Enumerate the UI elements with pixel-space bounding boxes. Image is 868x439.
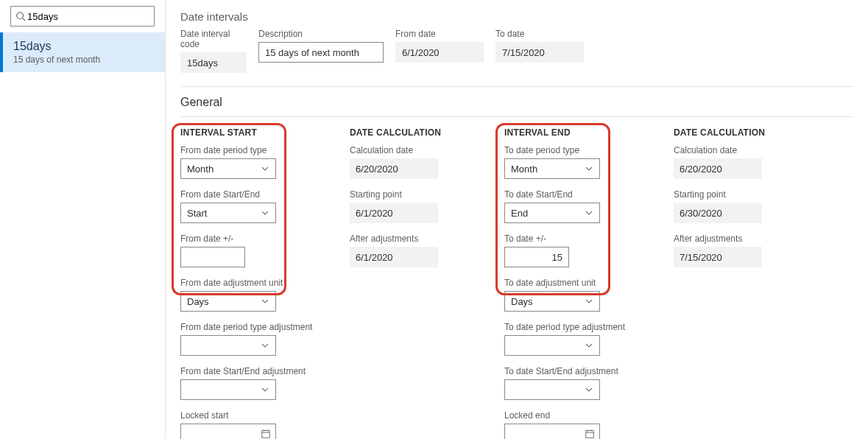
search-box[interactable] — [10, 6, 155, 27]
to-startend-value: End — [511, 208, 528, 219]
field-to-startend-adj: To date Start/End adjustment — [504, 366, 644, 400]
field-locked-end: Locked end — [504, 410, 644, 439]
header-desc-value[interactable]: 15 days of next month — [258, 42, 384, 63]
from-plusminus-label: From date +/- — [180, 233, 320, 244]
field-to-period-type: To date period type Month — [504, 145, 644, 179]
to-startend-adj-label: To date Start/End adjustment — [504, 366, 644, 376]
chevron-down-icon — [585, 297, 593, 306]
field-calc1-starting: Starting point 6/1/2020 — [350, 189, 475, 223]
field-to-plusminus: To date +/- 15 — [504, 233, 644, 267]
field-calc1-after: After adjustments 6/1/2020 — [350, 233, 475, 267]
header-desc-label: Description — [258, 29, 384, 39]
chevron-down-icon — [261, 164, 269, 173]
locked-end-label: Locked end — [504, 410, 644, 421]
from-startend-value: Start — [187, 208, 207, 219]
from-adjunit-value: Days — [187, 296, 209, 307]
header-code-value[interactable]: 15days — [180, 52, 247, 73]
col-calc-2: DATE CALCULATION Calculation date 6/20/2… — [674, 127, 799, 439]
from-plusminus-input[interactable] — [180, 247, 245, 267]
heading-interval-start: INTERVAL START — [180, 127, 320, 138]
header-from: From date 6/1/2020 — [395, 29, 484, 73]
to-adjunit-dropdown[interactable]: Days — [504, 291, 600, 312]
chevron-down-icon — [585, 208, 593, 217]
field-to-startend: To date Start/End End — [504, 189, 644, 223]
header-desc: Description 15 days of next month — [258, 29, 384, 73]
svg-rect-6 — [585, 431, 593, 438]
search-icon — [15, 11, 26, 21]
to-adjunit-value: Days — [511, 296, 533, 307]
chevron-down-icon — [261, 297, 269, 306]
chevron-down-icon — [585, 341, 593, 350]
field-from-period-type: From date period type Month — [180, 145, 320, 179]
to-period-type-dropdown[interactable]: Month — [504, 158, 600, 179]
calc1-starting-label: Starting point — [350, 189, 475, 200]
from-startend-adj-dropdown[interactable] — [180, 379, 276, 400]
field-from-startend: From date Start/End Start — [180, 189, 320, 223]
content-area: Date intervals Date interval code 15days… — [166, 0, 868, 439]
field-from-adjunit: From date adjustment unit Days — [180, 278, 320, 312]
heading-date-calc-2: DATE CALCULATION — [674, 127, 799, 138]
calc1-after-value: 6/1/2020 — [350, 247, 438, 267]
section-general[interactable]: General — [180, 86, 853, 117]
to-startend-label: To date Start/End — [504, 189, 644, 200]
header-row: Date interval code 15days Description 15… — [180, 29, 853, 73]
from-period-type-dropdown[interactable]: Month — [180, 158, 276, 179]
header-to-label: To date — [495, 29, 584, 39]
field-to-adjunit: To date adjustment unit Days — [504, 278, 644, 312]
calendar-button[interactable] — [255, 424, 275, 439]
from-period-type-label: From date period type — [180, 145, 320, 155]
to-period-type-label: To date period type — [504, 145, 644, 155]
from-adjunit-dropdown[interactable]: Days — [180, 291, 276, 312]
field-from-startend-adj: From date Start/End adjustment — [180, 366, 320, 400]
header-to: To date 7/15/2020 — [495, 29, 584, 73]
calc2-date-label: Calculation date — [674, 145, 799, 155]
col-interval-start: INTERVAL START From date period type Mon… — [180, 127, 320, 439]
field-calc1-date: Calculation date 6/20/2020 — [350, 145, 475, 179]
sidebar-item-title: 15days — [13, 40, 155, 53]
calc2-starting-label: Starting point — [674, 189, 799, 200]
to-startend-dropdown[interactable]: End — [504, 203, 600, 223]
calc1-date-label: Calculation date — [350, 145, 475, 155]
page-title: Date intervals — [180, 10, 853, 23]
to-plusminus-label: To date +/- — [504, 233, 644, 244]
general-grid: INTERVAL START From date period type Mon… — [180, 117, 853, 439]
field-from-plusminus: From date +/- — [180, 233, 320, 267]
to-startend-adj-dropdown[interactable] — [504, 379, 600, 400]
col-calc-1: DATE CALCULATION Calculation date 6/20/2… — [350, 127, 475, 439]
to-period-type-value: Month — [511, 164, 537, 175]
calc2-date-value: 6/20/2020 — [674, 158, 762, 179]
from-ptype-adj-dropdown[interactable] — [180, 335, 276, 356]
calc2-after-value: 7/15/2020 — [674, 247, 762, 267]
to-ptype-adj-dropdown[interactable] — [504, 335, 600, 356]
from-startend-dropdown[interactable]: Start — [180, 203, 276, 223]
locked-end-input[interactable] — [504, 424, 600, 439]
calendar-icon — [585, 429, 595, 439]
chevron-down-icon — [261, 385, 269, 394]
chevron-down-icon — [585, 164, 593, 173]
field-locked-start: Locked start — [180, 410, 320, 439]
from-ptype-adj-label: From date period type adjustment — [180, 322, 320, 332]
heading-date-calc-1: DATE CALCULATION — [350, 127, 475, 138]
calendar-button[interactable] — [579, 424, 599, 439]
sidebar-item-selected[interactable]: 15days 15 days of next month — [0, 32, 165, 72]
search-input[interactable] — [26, 10, 152, 23]
to-plusminus-input[interactable]: 15 — [504, 247, 569, 267]
field-calc2-date: Calculation date 6/20/2020 — [674, 145, 799, 179]
header-from-value[interactable]: 6/1/2020 — [395, 42, 484, 63]
from-period-type-value: Month — [187, 164, 214, 175]
header-code: Date interval code 15days — [180, 29, 247, 73]
app-root: 15days 15 days of next month Date interv… — [0, 0, 868, 439]
header-to-value[interactable]: 7/15/2020 — [495, 42, 584, 63]
field-to-ptype-adj: To date period type adjustment — [504, 322, 644, 356]
search-wrap — [0, 0, 165, 32]
field-calc2-after: After adjustments 7/15/2020 — [674, 233, 799, 267]
locked-start-input[interactable] — [180, 424, 276, 439]
from-startend-adj-label: From date Start/End adjustment — [180, 366, 320, 376]
from-startend-label: From date Start/End — [180, 189, 320, 200]
heading-interval-end: INTERVAL END — [504, 127, 644, 138]
chevron-down-icon — [585, 385, 593, 394]
svg-rect-2 — [261, 431, 269, 438]
calc1-date-value: 6/20/2020 — [350, 158, 438, 179]
field-from-ptype-adj: From date period type adjustment — [180, 322, 320, 356]
header-from-label: From date — [395, 29, 484, 39]
